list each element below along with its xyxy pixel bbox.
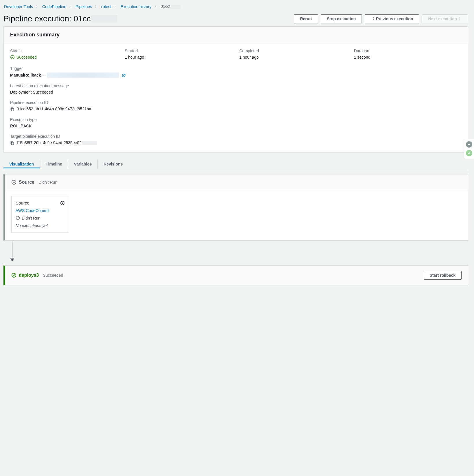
stage-source-status: Didn't Run — [38, 180, 57, 185]
crumb-exec-history[interactable]: Execution history — [121, 4, 151, 9]
action-status: Didn't Run — [16, 216, 65, 220]
completed-value: 1 hour ago — [239, 55, 347, 60]
status-widget — [464, 139, 474, 159]
completed-label: Completed — [239, 49, 347, 53]
stage-deploy-name: deploys3 — [11, 273, 39, 278]
latest-msg-value: Deployment Succeeded — [10, 90, 462, 94]
chevron-right-icon: 〉 — [69, 4, 73, 9]
execution-summary-panel: Execution summary Status Succeeded Start… — [3, 26, 468, 153]
rerun-button[interactable]: Rerun — [294, 14, 318, 23]
previous-execution-button[interactable]: 〈 Previous execution — [365, 14, 419, 23]
svg-rect-1 — [12, 108, 14, 111]
exec-id-label: Pipeline execution ID — [10, 100, 462, 105]
check-circle-icon[interactable] — [466, 150, 472, 156]
check-circle-icon — [10, 55, 15, 60]
svg-rect-10 — [62, 203, 63, 204]
status-label: Status — [10, 49, 118, 53]
page-title: Pipeline execution: 01cc — [3, 14, 117, 23]
info-icon[interactable] — [60, 200, 65, 205]
tab-revisions[interactable]: Revisions — [98, 158, 128, 170]
action-provider-link[interactable]: AWS CodeCommit — [16, 208, 49, 213]
minus-circle-icon[interactable] — [466, 141, 472, 148]
action-card-source: Source AWS CodeCommit Didn't Run No exec… — [11, 196, 69, 233]
minus-circle-icon — [16, 216, 20, 220]
target-id-value: f15b38f7-20bf-4c9e-94ed-2535ee02 — [17, 140, 97, 145]
status-value: Succeeded — [10, 55, 37, 60]
crumb-rbtest[interactable]: rbtest — [101, 4, 111, 9]
started-value: 1 hour ago — [125, 55, 233, 60]
detail-tabs: Visualization Timeline Variables Revisio… — [3, 158, 468, 170]
trigger-label: Trigger — [10, 66, 462, 71]
chevron-right-icon: 〉 — [459, 16, 462, 21]
svg-rect-4 — [11, 141, 13, 144]
start-rollback-button[interactable]: Start rollback — [424, 271, 462, 280]
latest-msg-label: Latest action execution message — [10, 83, 462, 88]
next-execution-button: Next execution 〉 — [422, 14, 468, 23]
crumb-pipelines[interactable]: Pipelines — [75, 4, 92, 9]
tab-variables[interactable]: Variables — [68, 160, 98, 168]
duration-label: Duration — [354, 49, 462, 53]
crumb-devtools[interactable]: Developer Tools — [4, 4, 33, 9]
crumb-current: 01ccf — [161, 4, 181, 9]
exec-id-value: 01ccf652-ab11-4d4b-898c-9473ef8521ba — [17, 107, 91, 111]
tab-visualization[interactable]: Visualization — [3, 160, 40, 168]
trigger-value: ManualRollback - — [10, 72, 462, 78]
stage-source: Source Didn't Run Source AWS CodeCommit … — [3, 174, 468, 241]
svg-rect-3 — [12, 142, 14, 144]
started-label: Started — [125, 49, 233, 53]
stage-deploys3: deploys3 Succeeded Start rollback — [3, 265, 468, 285]
chevron-right-icon: 〉 — [114, 4, 118, 9]
tab-timeline[interactable]: Timeline — [40, 160, 68, 168]
chevron-right-icon: 〉 — [95, 4, 98, 9]
breadcrumb: Developer Tools 〉 CodePipeline 〉 Pipelin… — [3, 3, 468, 14]
check-circle-icon — [11, 273, 16, 278]
svg-rect-2 — [11, 108, 13, 110]
execution-summary-title: Execution summary — [10, 32, 462, 38]
arrow-down-icon — [9, 241, 16, 261]
minus-circle-icon — [11, 180, 16, 185]
action-noexec: No executions yet — [16, 223, 65, 228]
exec-type-value: ROLLBACK — [10, 124, 462, 128]
chevron-right-icon: 〉 — [36, 4, 39, 9]
duration-value: 1 second — [354, 55, 462, 60]
stage-source-name: Source — [11, 180, 34, 185]
stop-execution-button[interactable]: Stop execution — [321, 14, 362, 23]
chevron-right-icon: 〉 — [154, 4, 158, 9]
copy-icon[interactable] — [10, 107, 14, 111]
stage-deploy-status: Succeeded — [43, 273, 63, 278]
svg-point-9 — [62, 202, 63, 202]
exec-type-label: Execution type — [10, 117, 462, 122]
target-id-label: Target pipeline execution ID — [10, 134, 462, 139]
action-title: Source — [16, 200, 29, 205]
external-link-icon[interactable] — [121, 72, 126, 77]
header-actions: Rerun Stop execution 〈 Previous executio… — [294, 14, 468, 23]
crumb-codepipeline[interactable]: CodePipeline — [42, 4, 66, 9]
chevron-left-icon: 〈 — [371, 16, 374, 21]
copy-icon[interactable] — [10, 140, 14, 145]
